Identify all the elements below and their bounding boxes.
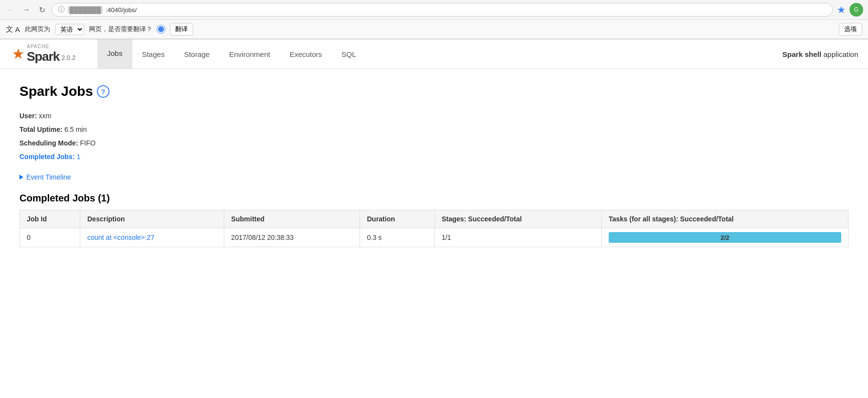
cell-submitted: 2017/08/12 20:38:33 — [224, 228, 360, 247]
app-name: Spark shell application — [782, 50, 868, 58]
tab-jobs[interactable]: Jobs — [97, 39, 132, 69]
extension-icon[interactable]: G — [850, 3, 863, 17]
translation-label: 此网页为 — [25, 25, 50, 34]
address-text: :4040/jobs/ — [106, 6, 137, 14]
tab-stages[interactable]: Stages — [132, 39, 175, 69]
browser-chrome: ← → ↻ ⓘ ███████ :4040/jobs/ ★ G 文 A 此网页为… — [0, 0, 868, 39]
translate-button[interactable]: 翻译 — [170, 23, 193, 36]
scheduling-row: Scheduling Mode: FIFO — [19, 136, 849, 150]
main-content: Spark Jobs ? User: xxm Total Uptime: 6.5… — [0, 69, 868, 262]
page-title-text: Spark Jobs — [19, 84, 93, 99]
description-link[interactable]: count at <console>:27 — [87, 234, 154, 241]
browser-toolbar: ← → ↻ ⓘ ███████ :4040/jobs/ ★ G — [0, 0, 868, 20]
translate-dot — [157, 25, 165, 33]
tab-sql[interactable]: SQL — [332, 39, 366, 69]
triangle-icon — [19, 175, 23, 180]
uptime-label: Total Uptime: — [19, 126, 62, 133]
spark-star-icon: ★ — [12, 47, 25, 61]
apache-label: APACHE — [27, 44, 59, 49]
translate-icon: 文 A — [6, 25, 20, 34]
completed-jobs-section-title: Completed Jobs (1) — [19, 193, 849, 204]
tab-storage[interactable]: Storage — [174, 39, 219, 69]
event-timeline[interactable]: Event Timeline — [19, 173, 849, 181]
extension-label: G — [854, 6, 858, 13]
completed-jobs-label: Completed Jobs: — [19, 153, 75, 161]
spark-version: 2.0.2 — [61, 54, 75, 64]
address-bar[interactable]: ⓘ ███████ :4040/jobs/ — [52, 3, 833, 17]
col-header-stages: Stages: Succeeded/Total — [434, 210, 601, 228]
back-button[interactable]: ← — [5, 4, 17, 16]
col-header-duration: Duration — [360, 210, 434, 228]
event-timeline-label: Event Timeline — [26, 173, 71, 181]
progress-bar: 2/2 — [609, 232, 841, 243]
translation-bar: 文 A 此网页为 英语 网页，是否需要翻译？ 翻译 选项 — [0, 20, 868, 39]
address-blurred: ███████ — [68, 6, 103, 14]
spark-label: Spark — [27, 49, 59, 64]
bookmark-icon[interactable]: ★ — [837, 4, 846, 16]
completed-jobs-value: 1 — [76, 153, 80, 161]
uptime-value: 6.5 min — [64, 126, 87, 133]
info-icon: ⓘ — [58, 5, 65, 14]
reload-button[interactable]: ↻ — [36, 4, 48, 16]
jobs-table: Job Id Description Submitted Duration St… — [19, 210, 849, 247]
tab-executors[interactable]: Executors — [280, 39, 332, 69]
uptime-row: Total Uptime: 6.5 min — [19, 123, 849, 136]
user-row: User: xxm — [19, 109, 849, 123]
spark-logo: ★ APACHE Spark 2.0.2 — [0, 40, 97, 68]
table-header-row: Job Id Description Submitted Duration St… — [20, 210, 849, 228]
tab-environment[interactable]: Environment — [219, 39, 280, 69]
scheduling-label: Scheduling Mode: — [19, 139, 78, 147]
cell-description[interactable]: count at <console>:27 — [80, 228, 224, 247]
page-title: Spark Jobs ? — [19, 84, 849, 99]
info-section: User: xxm Total Uptime: 6.5 min Scheduli… — [19, 109, 849, 163]
translation-prompt: 网页，是否需要翻译？ — [89, 25, 152, 34]
cell-tasks: 2/2 — [601, 228, 848, 247]
spark-nav: ★ APACHE Spark 2.0.2 Jobs Stages Storage… — [0, 39, 868, 69]
col-header-submitted: Submitted — [224, 210, 360, 228]
user-label: User: — [19, 112, 37, 120]
col-header-description: Description — [80, 210, 224, 228]
help-link[interactable]: ? — [97, 85, 109, 98]
cell-stages: 1/1 — [434, 228, 601, 247]
nav-tabs: Jobs Stages Storage Environment Executor… — [97, 39, 782, 69]
scheduling-value: FIFO — [80, 139, 95, 147]
col-header-job-id: Job Id — [20, 210, 80, 228]
cell-job-id: 0 — [20, 228, 80, 247]
table-row: 0count at <console>:272017/08/12 20:38:3… — [20, 228, 849, 247]
options-button[interactable]: 选项 — [839, 23, 862, 36]
progress-bar-label: 2/2 — [609, 232, 841, 243]
cell-duration: 0.3 s — [360, 228, 434, 247]
language-select[interactable]: 英语 — [55, 24, 84, 35]
user-value: xxm — [39, 112, 52, 120]
forward-button[interactable]: → — [20, 4, 32, 16]
completed-jobs-row[interactable]: Completed Jobs: 1 — [19, 150, 849, 163]
col-header-tasks: Tasks (for all stages): Succeeded/Total — [601, 210, 848, 228]
